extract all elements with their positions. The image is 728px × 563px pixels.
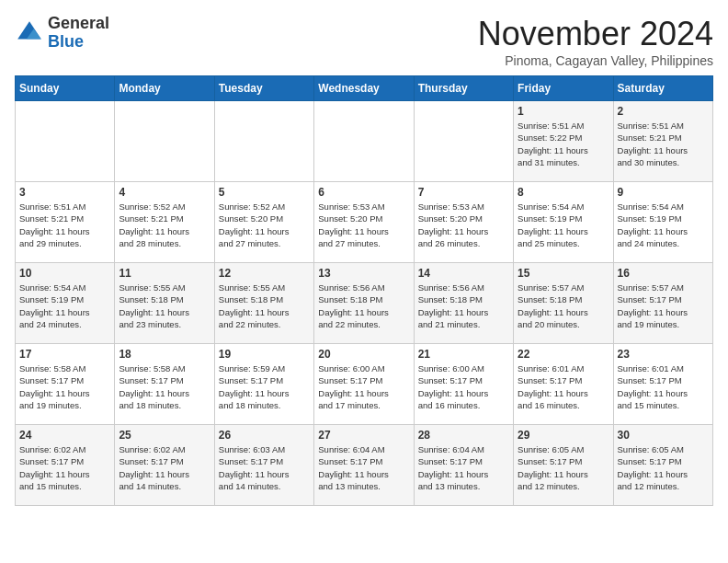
day-info: Sunrise: 6:00 AM Sunset: 5:17 PM Dayligh… (418, 362, 509, 411)
calendar-cell: 3Sunrise: 5:51 AM Sunset: 5:21 PM Daylig… (16, 182, 115, 263)
day-number: 12 (219, 267, 310, 280)
day-number: 24 (19, 429, 110, 442)
calendar-cell: 26Sunrise: 6:03 AM Sunset: 5:17 PM Dayli… (214, 425, 313, 506)
day-info: Sunrise: 6:00 AM Sunset: 5:17 PM Dayligh… (318, 362, 409, 411)
day-number: 14 (418, 267, 509, 280)
calendar-cell (214, 101, 313, 182)
day-number: 25 (119, 429, 210, 442)
calendar-cell: 19Sunrise: 5:59 AM Sunset: 5:17 PM Dayli… (214, 344, 313, 425)
calendar-week-4: 17Sunrise: 5:58 AM Sunset: 5:17 PM Dayli… (16, 344, 713, 425)
day-info: Sunrise: 5:51 AM Sunset: 5:21 PM Dayligh… (618, 120, 709, 168)
col-header-friday: Friday (514, 76, 613, 101)
day-number: 21 (418, 348, 509, 361)
day-number: 26 (219, 429, 310, 442)
calendar-cell (314, 101, 414, 182)
day-number: 20 (318, 348, 409, 361)
day-number: 18 (119, 348, 210, 361)
day-info: Sunrise: 5:54 AM Sunset: 5:19 PM Dayligh… (19, 282, 110, 330)
day-number: 19 (219, 348, 310, 361)
day-number: 22 (518, 348, 609, 361)
calendar-cell: 17Sunrise: 5:58 AM Sunset: 5:17 PM Dayli… (16, 344, 115, 425)
day-info: Sunrise: 6:05 AM Sunset: 5:17 PM Dayligh… (618, 443, 709, 492)
day-number: 2 (618, 105, 709, 118)
calendar-cell: 4Sunrise: 5:52 AM Sunset: 5:21 PM Daylig… (115, 182, 214, 263)
day-info: Sunrise: 6:02 AM Sunset: 5:17 PM Dayligh… (119, 443, 210, 492)
day-number: 13 (318, 267, 409, 280)
calendar-cell: 29Sunrise: 6:05 AM Sunset: 5:17 PM Dayli… (514, 425, 613, 506)
calendar-cell: 21Sunrise: 6:00 AM Sunset: 5:17 PM Dayli… (414, 344, 513, 425)
calendar-cell (16, 101, 115, 182)
calendar-cell: 5Sunrise: 5:52 AM Sunset: 5:20 PM Daylig… (214, 182, 313, 263)
calendar-cell (115, 101, 214, 182)
calendar-cell: 14Sunrise: 5:56 AM Sunset: 5:18 PM Dayli… (414, 263, 513, 344)
day-info: Sunrise: 6:05 AM Sunset: 5:17 PM Dayligh… (518, 443, 609, 492)
day-info: Sunrise: 5:55 AM Sunset: 5:18 PM Dayligh… (119, 282, 210, 330)
calendar-cell: 28Sunrise: 6:04 AM Sunset: 5:17 PM Dayli… (414, 425, 513, 506)
day-info: Sunrise: 5:52 AM Sunset: 5:21 PM Dayligh… (119, 201, 210, 249)
calendar-week-1: 1Sunrise: 5:51 AM Sunset: 5:22 PM Daylig… (16, 101, 713, 182)
location: Pinoma, Cagayan Valley, Philippines (478, 53, 713, 68)
col-header-saturday: Saturday (613, 76, 712, 101)
day-number: 9 (618, 186, 709, 199)
day-number: 27 (318, 429, 409, 442)
calendar-cell: 16Sunrise: 5:57 AM Sunset: 5:17 PM Dayli… (613, 263, 712, 344)
calendar-cell: 9Sunrise: 5:54 AM Sunset: 5:19 PM Daylig… (613, 182, 712, 263)
day-number: 7 (418, 186, 509, 199)
calendar-header-row: SundayMondayTuesdayWednesdayThursdayFrid… (16, 76, 713, 101)
day-info: Sunrise: 6:02 AM Sunset: 5:17 PM Dayligh… (19, 443, 110, 492)
day-number: 8 (518, 186, 609, 199)
calendar-cell: 1Sunrise: 5:51 AM Sunset: 5:22 PM Daylig… (514, 101, 613, 182)
day-number: 17 (19, 348, 110, 361)
calendar-week-2: 3Sunrise: 5:51 AM Sunset: 5:21 PM Daylig… (16, 182, 713, 263)
day-info: Sunrise: 5:51 AM Sunset: 5:21 PM Dayligh… (19, 201, 110, 249)
day-info: Sunrise: 5:53 AM Sunset: 5:20 PM Dayligh… (318, 201, 409, 249)
calendar-cell (414, 101, 513, 182)
calendar-week-5: 24Sunrise: 6:02 AM Sunset: 5:17 PM Dayli… (16, 425, 713, 506)
calendar-cell: 6Sunrise: 5:53 AM Sunset: 5:20 PM Daylig… (314, 182, 414, 263)
calendar-table: SundayMondayTuesdayWednesdayThursdayFrid… (15, 75, 713, 506)
calendar-cell: 12Sunrise: 5:55 AM Sunset: 5:18 PM Dayli… (214, 263, 313, 344)
calendar-cell: 8Sunrise: 5:54 AM Sunset: 5:19 PM Daylig… (514, 182, 613, 263)
calendar-cell: 30Sunrise: 6:05 AM Sunset: 5:17 PM Dayli… (613, 425, 712, 506)
day-number: 28 (418, 429, 509, 442)
day-number: 29 (518, 429, 609, 442)
day-number: 11 (119, 267, 210, 280)
month-title: November 2024 (478, 15, 713, 53)
day-info: Sunrise: 6:01 AM Sunset: 5:17 PM Dayligh… (618, 362, 709, 411)
page-header: General Blue November 2024 Pinoma, Cagay… (15, 15, 713, 68)
calendar-cell: 15Sunrise: 5:57 AM Sunset: 5:18 PM Dayli… (514, 263, 613, 344)
calendar-cell: 7Sunrise: 5:53 AM Sunset: 5:20 PM Daylig… (414, 182, 513, 263)
day-number: 30 (618, 429, 709, 442)
day-info: Sunrise: 6:01 AM Sunset: 5:17 PM Dayligh… (518, 362, 609, 411)
day-info: Sunrise: 5:52 AM Sunset: 5:20 PM Dayligh… (219, 201, 310, 249)
calendar-cell: 18Sunrise: 5:58 AM Sunset: 5:17 PM Dayli… (115, 344, 214, 425)
calendar-cell: 11Sunrise: 5:55 AM Sunset: 5:18 PM Dayli… (115, 263, 214, 344)
calendar-cell: 10Sunrise: 5:54 AM Sunset: 5:19 PM Dayli… (16, 263, 115, 344)
calendar-cell: 23Sunrise: 6:01 AM Sunset: 5:17 PM Dayli… (613, 344, 712, 425)
calendar-cell: 20Sunrise: 6:00 AM Sunset: 5:17 PM Dayli… (314, 344, 414, 425)
logo: General Blue (15, 15, 109, 52)
day-info: Sunrise: 5:56 AM Sunset: 5:18 PM Dayligh… (418, 282, 509, 330)
day-info: Sunrise: 5:58 AM Sunset: 5:17 PM Dayligh… (119, 362, 210, 411)
day-info: Sunrise: 5:57 AM Sunset: 5:17 PM Dayligh… (618, 282, 709, 330)
logo-icon (15, 18, 44, 48)
col-header-monday: Monday (115, 76, 214, 101)
day-info: Sunrise: 6:04 AM Sunset: 5:17 PM Dayligh… (318, 443, 409, 492)
day-number: 6 (318, 186, 409, 199)
col-header-sunday: Sunday (16, 76, 115, 101)
calendar-cell: 27Sunrise: 6:04 AM Sunset: 5:17 PM Dayli… (314, 425, 414, 506)
title-block: November 2024 Pinoma, Cagayan Valley, Ph… (478, 15, 713, 68)
day-info: Sunrise: 6:03 AM Sunset: 5:17 PM Dayligh… (219, 443, 310, 492)
day-info: Sunrise: 5:54 AM Sunset: 5:19 PM Dayligh… (618, 201, 709, 249)
day-info: Sunrise: 5:59 AM Sunset: 5:17 PM Dayligh… (219, 362, 310, 411)
day-number: 3 (19, 186, 110, 199)
day-number: 16 (618, 267, 709, 280)
calendar-cell: 13Sunrise: 5:56 AM Sunset: 5:18 PM Dayli… (314, 263, 414, 344)
col-header-wednesday: Wednesday (314, 76, 414, 101)
day-info: Sunrise: 5:53 AM Sunset: 5:20 PM Dayligh… (418, 201, 509, 249)
calendar-cell: 22Sunrise: 6:01 AM Sunset: 5:17 PM Dayli… (514, 344, 613, 425)
day-number: 4 (119, 186, 210, 199)
logo-text: General Blue (48, 15, 109, 52)
day-number: 10 (19, 267, 110, 280)
day-info: Sunrise: 5:57 AM Sunset: 5:18 PM Dayligh… (518, 282, 609, 330)
